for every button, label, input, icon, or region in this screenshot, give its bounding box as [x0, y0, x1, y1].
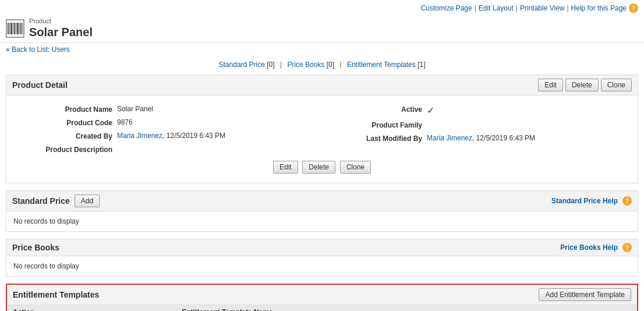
- price-books-help-link[interactable]: Price Books Help: [560, 243, 618, 252]
- svg-rect-0: [8, 23, 9, 34]
- svg-rect-1: [9, 23, 10, 34]
- created-by-row: Created By Maria Jimenez, 12/5/2019 6:43…: [12, 129, 322, 143]
- standard-price-header: Standard Price Add Standard Price Help ?: [6, 191, 638, 211]
- clone-button-top[interactable]: Clone: [601, 79, 632, 91]
- product-family-row: Product Family: [322, 118, 632, 132]
- price-books-title: Price Books: [12, 243, 59, 252]
- price-books-no-records: No records to display: [6, 256, 638, 276]
- product-detail-title: Product Detail: [12, 80, 68, 90]
- standard-price-anchor[interactable]: Standard Price: [219, 61, 265, 69]
- entitlement-templates-section: Entitlement Templates Add Entitlement Te…: [6, 284, 638, 311]
- price-books-section: Price Books Price Books Help ? No record…: [6, 239, 638, 277]
- anchor-sep1: |: [280, 61, 282, 69]
- svg-rect-4: [14, 23, 15, 34]
- delete-button-bottom[interactable]: Delete: [302, 161, 335, 174]
- barcode-icon: [7, 22, 23, 36]
- price-books-header: Price Books Price Books Help ?: [6, 239, 638, 256]
- created-by-date: , 12/5/2019 6:43 PM: [162, 132, 225, 140]
- page-header: Product Solar Panel: [0, 15, 644, 43]
- sp-count: [0]: [267, 61, 274, 69]
- last-modified-row: Last Modified By Maria Jimenez, 12/5/201…: [322, 132, 632, 145]
- delete-button-top[interactable]: Delete: [565, 79, 599, 91]
- price-books-help-area: Price Books Help ?: [560, 243, 632, 252]
- product-family-label: Product Family: [322, 121, 427, 129]
- entitlement-templates-header: Entitlement Templates Add Entitlement Te…: [7, 285, 637, 305]
- help-icon[interactable]: ?: [629, 3, 638, 13]
- product-detail-bottom-buttons: Edit Delete Clone: [12, 156, 632, 176]
- last-modified-label: Last Modified By: [322, 134, 427, 143]
- et-col-action: Action: [7, 305, 176, 311]
- product-code-label: Product Code: [12, 118, 117, 127]
- top-bar: Customize Page | Edit Layout | Printable…: [0, 0, 644, 15]
- last-modified-value: Maria Jimenez, 12/5/2019 6:43 PM: [427, 134, 632, 142]
- product-detail-buttons: Edit Delete Clone: [538, 79, 632, 91]
- product-icon-box: [6, 19, 24, 38]
- active-label: Active: [322, 105, 427, 114]
- product-name-row: Product Name Solar Panel: [12, 103, 322, 116]
- svg-rect-5: [16, 23, 16, 34]
- svg-rect-6: [17, 23, 19, 34]
- page-title-area: Product Solar Panel: [29, 17, 93, 39]
- sep1: |: [475, 4, 476, 12]
- detail-right-col: Active ✓ Product Family Last Modified By…: [322, 103, 632, 156]
- breadcrumb: « Back to List: Users: [0, 43, 644, 58]
- page-subtitle: Product: [29, 17, 93, 25]
- price-books-help-icon[interactable]: ?: [622, 243, 632, 252]
- created-by-value: Maria Jimenez, 12/5/2019 6:43 PM: [117, 132, 322, 140]
- svg-rect-2: [10, 23, 12, 34]
- svg-rect-9: [22, 23, 23, 34]
- standard-price-add-button[interactable]: Add: [75, 195, 100, 207]
- et-count: [1]: [417, 61, 425, 69]
- price-books-anchor[interactable]: Price Books: [287, 61, 324, 69]
- product-code-row: Product Code 9876: [12, 116, 322, 129]
- help-link[interactable]: Help for this Page: [571, 4, 627, 12]
- active-row: Active ✓: [322, 103, 632, 118]
- standard-price-help-link[interactable]: Standard Price Help: [551, 197, 618, 205]
- product-detail-header: Product Detail Edit Delete Clone: [6, 75, 638, 96]
- product-name-label: Product Name: [12, 105, 117, 114]
- standard-price-title: Standard Price: [12, 196, 70, 206]
- product-detail-body: Product Name Solar Panel Product Code 98…: [6, 96, 638, 183]
- edit-layout-link[interactable]: Edit Layout: [479, 4, 514, 12]
- page-title: Solar Panel: [29, 25, 93, 39]
- product-detail-section: Product Detail Edit Delete Clone Product…: [6, 75, 638, 183]
- entitlement-templates-anchor[interactable]: Entitlement Templates: [347, 61, 416, 69]
- et-table-header-row: Action Entitlement Template Name: [7, 305, 637, 311]
- product-description-row: Product Description: [12, 143, 322, 156]
- sep3: |: [567, 4, 568, 12]
- active-value: ✓: [427, 105, 632, 116]
- printable-view-link[interactable]: Printable View: [520, 4, 565, 12]
- svg-rect-7: [19, 23, 20, 34]
- edit-button-top[interactable]: Edit: [538, 79, 563, 91]
- product-code-value: 9876: [117, 118, 322, 126]
- clone-button-bottom[interactable]: Clone: [340, 161, 371, 174]
- svg-rect-8: [20, 23, 22, 34]
- anchor-sep2: |: [339, 61, 341, 69]
- product-name-value: Solar Panel: [117, 105, 322, 113]
- pb-count: [0]: [327, 61, 334, 69]
- created-by-link[interactable]: Maria Jimenez: [117, 132, 162, 140]
- entitlement-templates-title: Entitlement Templates: [13, 290, 99, 299]
- section-anchor-links: Standard Price [0] | Price Books [0] | E…: [0, 58, 644, 75]
- product-description-label: Product Description: [12, 145, 117, 154]
- product-detail-grid: Product Name Solar Panel Product Code 98…: [12, 103, 632, 156]
- sep2: |: [516, 4, 518, 12]
- standard-price-no-records: No records to display: [6, 211, 638, 231]
- edit-button-bottom[interactable]: Edit: [273, 161, 298, 174]
- et-col-name: Entitlement Template Name: [176, 305, 637, 311]
- entitlement-templates-table: Action Entitlement Template Name Remove …: [7, 305, 637, 311]
- standard-price-help-area: Standard Price Help ?: [551, 196, 632, 206]
- breadcrumb-prefix: «: [6, 45, 10, 54]
- last-modified-date: , 12/5/2019 6:43 PM: [472, 134, 535, 142]
- detail-left-col: Product Name Solar Panel Product Code 98…: [12, 103, 322, 156]
- back-to-list-link[interactable]: Back to List: Users: [12, 45, 70, 54]
- customize-page-link[interactable]: Customize Page: [421, 4, 472, 12]
- standard-price-help-icon[interactable]: ?: [622, 196, 632, 206]
- svg-rect-3: [13, 23, 13, 34]
- standard-price-section: Standard Price Add Standard Price Help ?…: [6, 190, 638, 232]
- last-modified-link[interactable]: Maria Jimenez: [427, 134, 472, 142]
- created-by-label: Created By: [12, 132, 117, 140]
- entitlement-templates-buttons: Add Entitlement Template: [539, 288, 631, 301]
- standard-price-header-left: Standard Price Add: [12, 195, 100, 207]
- add-entitlement-template-button[interactable]: Add Entitlement Template: [539, 288, 631, 301]
